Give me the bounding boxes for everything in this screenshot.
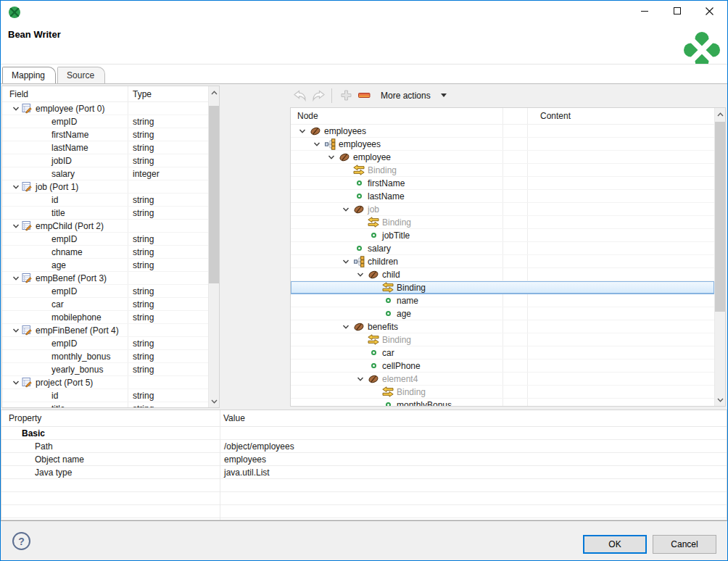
- chevron-down-icon[interactable]: [10, 183, 21, 191]
- field-row[interactable]: salaryinteger: [2, 167, 208, 180]
- field-label: employee (Port 0): [36, 104, 104, 114]
- property-row[interactable]: Object nameemployees: [1, 453, 727, 466]
- tree-row[interactable]: car: [291, 346, 714, 360]
- field-row[interactable]: carstring: [2, 298, 208, 311]
- tree-row[interactable]: monthlyBonus: [291, 399, 714, 406]
- tree-row[interactable]: employees: [291, 125, 714, 138]
- more-actions-label: More actions: [381, 91, 431, 101]
- scroll-up-button[interactable]: [209, 86, 220, 99]
- field-type: string: [128, 365, 154, 375]
- maximize-icon: [673, 7, 682, 15]
- node-label: jobTitle: [382, 230, 410, 241]
- field-label: empID: [2, 286, 77, 296]
- field-row[interactable]: chnamestring: [2, 246, 208, 259]
- tree-row[interactable]: benefits: [291, 320, 714, 333]
- tree-row[interactable]: Binding: [291, 386, 714, 399]
- tree-row[interactable]: jobTitle: [291, 229, 714, 242]
- tree-row[interactable]: cellPhone: [291, 360, 714, 373]
- remove-binding-button[interactable]: [355, 87, 373, 104]
- scroll-thumb[interactable]: [715, 122, 726, 312]
- tree-row[interactable]: children: [291, 255, 714, 268]
- chevron-down-icon[interactable]: [355, 375, 366, 383]
- help-button[interactable]: ?: [12, 532, 30, 550]
- field-row[interactable]: jobIDstring: [2, 154, 208, 167]
- chevron-down-icon[interactable]: [340, 258, 352, 265]
- scroll-up-button[interactable]: [715, 108, 726, 120]
- tree-row[interactable]: Binding: [291, 281, 714, 294]
- chevron-down-icon[interactable]: [326, 154, 337, 161]
- field-row[interactable]: empIDstring: [2, 337, 208, 350]
- chevron-down-icon[interactable]: [340, 206, 352, 213]
- property-icon: [381, 402, 395, 406]
- field-row[interactable]: job (Port 1): [2, 180, 208, 194]
- property-row[interactable]: [1, 479, 727, 492]
- tab-source[interactable]: Source: [57, 67, 105, 83]
- chevron-down-icon[interactable]: [340, 323, 352, 331]
- field-row[interactable]: agestring: [2, 259, 208, 272]
- field-cell: id: [2, 195, 128, 205]
- field-label: empBenef (Port 3): [36, 273, 107, 283]
- fields-scrollbar[interactable]: [208, 86, 219, 407]
- property-row[interactable]: Java typejava.util.List: [1, 466, 727, 479]
- field-row[interactable]: empBenef (Port 3): [2, 272, 208, 285]
- tree-row[interactable]: lastName: [291, 190, 714, 203]
- chevron-down-icon[interactable]: [10, 275, 21, 282]
- chevron-down-icon[interactable]: [10, 327, 21, 334]
- tree-row[interactable]: Binding: [291, 216, 714, 229]
- tree-row[interactable]: salary: [291, 242, 714, 255]
- chevron-down-icon[interactable]: [311, 141, 323, 148]
- field-row[interactable]: empIDstring: [2, 285, 208, 298]
- tab-mapping[interactable]: Mapping: [2, 67, 56, 83]
- toolbar-divider: [331, 88, 332, 103]
- field-row[interactable]: yearly_bonusstring: [2, 363, 208, 376]
- chevron-down-icon[interactable]: [10, 223, 21, 230]
- tree-row[interactable]: element4: [291, 373, 714, 386]
- property-icon: [352, 246, 366, 251]
- field-cell: empID: [2, 286, 128, 296]
- chevron-down-icon[interactable]: [297, 128, 308, 135]
- tree-row[interactable]: job: [291, 203, 714, 216]
- cancel-button[interactable]: Cancel: [653, 535, 716, 554]
- tree-row[interactable]: Binding: [291, 333, 714, 346]
- minimize-button[interactable]: [628, 1, 661, 21]
- field-row[interactable]: titlestring: [2, 402, 208, 407]
- tree-row[interactable]: Binding: [291, 164, 714, 177]
- tree-row[interactable]: firstName: [291, 177, 714, 190]
- property-row[interactable]: [1, 505, 727, 518]
- property-row[interactable]: Path/object/employees: [1, 440, 727, 453]
- field-row[interactable]: empIDstring: [2, 233, 208, 246]
- binding-icon: [381, 386, 395, 397]
- scroll-down-button[interactable]: [209, 395, 220, 407]
- record-icon: [21, 220, 33, 231]
- field-row[interactable]: firstNamestring: [2, 128, 208, 141]
- chevron-down-icon[interactable]: [355, 271, 366, 278]
- scroll-thumb[interactable]: [209, 106, 220, 283]
- field-row[interactable]: lastNamestring: [2, 141, 208, 154]
- tree-row[interactable]: child: [291, 268, 714, 281]
- field-row[interactable]: titlestring: [2, 207, 208, 220]
- field-type: string: [128, 208, 154, 218]
- chevron-down-icon[interactable]: [10, 105, 21, 112]
- property-row[interactable]: Basic: [1, 427, 727, 440]
- tree-row[interactable]: employee: [291, 151, 714, 164]
- chevron-down-icon[interactable]: [10, 379, 21, 386]
- field-row[interactable]: project (Port 5): [2, 376, 208, 389]
- field-row[interactable]: empChild (Port 2): [2, 220, 208, 233]
- tree-scrollbar[interactable]: [714, 108, 725, 406]
- property-row[interactable]: [1, 492, 727, 505]
- field-row[interactable]: empFinBenef (Port 4): [2, 324, 208, 337]
- close-button[interactable]: [693, 1, 726, 21]
- field-row[interactable]: idstring: [2, 194, 208, 207]
- field-row[interactable]: empIDstring: [2, 115, 208, 128]
- field-row[interactable]: employee (Port 0): [2, 102, 208, 115]
- scroll-down-button[interactable]: [715, 394, 726, 406]
- tree-row[interactable]: age: [291, 307, 714, 320]
- field-row[interactable]: mobilephonestring: [2, 311, 208, 324]
- maximize-button[interactable]: [661, 1, 693, 21]
- field-row[interactable]: monthly_bonusstring: [2, 350, 208, 363]
- tree-row[interactable]: employees: [291, 138, 714, 151]
- more-actions-button[interactable]: More actions: [381, 91, 447, 101]
- field-row[interactable]: idstring: [2, 389, 208, 402]
- ok-button[interactable]: OK: [583, 535, 647, 554]
- tree-row[interactable]: name: [291, 294, 714, 307]
